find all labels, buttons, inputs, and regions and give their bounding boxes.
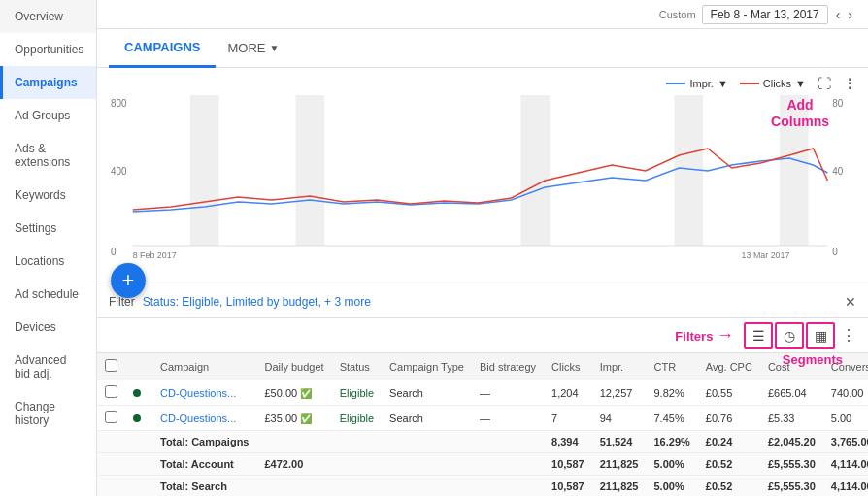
add-button[interactable]: + (111, 263, 146, 298)
more-arrow-icon: ▼ (269, 43, 279, 53)
total-bid-cell (472, 476, 544, 497)
top-bar: Custom Feb 8 - Mar 13, 2017 ‹ › (97, 0, 868, 29)
toolbar: Filters → ☰ ◷ ▦ ⋮ (97, 318, 868, 353)
col-daily-budget[interactable]: Daily budget (256, 353, 331, 380)
row-clicks-cell: 1,204 (544, 380, 592, 406)
row-campaign-cell: CD-Questions... (152, 380, 256, 406)
total-label-cell: Total: Account (152, 453, 256, 476)
sidebar-item-campaigns[interactable]: Campaigns (0, 66, 96, 99)
sidebar-item-ads-extensions[interactable]: Ads & extensions (0, 132, 96, 179)
app-container: Overview Opportunities Campaigns Ad Grou… (0, 0, 868, 496)
status-value: Eligible (340, 413, 374, 424)
total-label-cell: Total: Search (152, 476, 256, 497)
legend-impr-line (666, 83, 685, 84)
add-columns-annotation: Add Columns (771, 97, 829, 130)
sidebar-item-ad-groups[interactable]: Ad Groups (0, 99, 96, 132)
tab-bar: CAMPAIGNS MORE ▼ (97, 29, 868, 68)
total-budget-cell: £472.00 (256, 453, 331, 476)
col-campaign-type[interactable]: Campaign Type (382, 353, 472, 380)
row-ctr-cell: 7.45% (646, 406, 697, 431)
row-status-dot-cell (125, 406, 152, 431)
legend-clicks-dropdown[interactable]: ▼ (795, 78, 806, 89)
total-impr-cell: 211,825 (592, 453, 647, 476)
tab-more[interactable]: MORE ▼ (216, 31, 290, 65)
total-bid-cell (472, 431, 544, 453)
sidebar-item-change-history[interactable]: Change history (0, 390, 96, 437)
sidebar: Overview Opportunities Campaigns Ad Grou… (0, 0, 97, 496)
main-content: Custom Feb 8 - Mar 13, 2017 ‹ › CAMPAIGN… (97, 0, 868, 496)
sidebar-item-settings[interactable]: Settings (0, 212, 96, 245)
campaign-link[interactable]: CD-Questions... (160, 387, 236, 399)
row-type-cell: Search (382, 380, 472, 406)
total-checkbox-cell (97, 431, 125, 453)
sidebar-item-devices[interactable]: Devices (0, 311, 96, 344)
budget-check-icon: ✅ (300, 388, 312, 399)
row-checkbox-cell[interactable] (97, 406, 125, 431)
col-impr[interactable]: Impr. (592, 353, 647, 380)
legend-clicks[interactable]: Clicks ▼ (740, 78, 806, 89)
sidebar-item-overview[interactable]: Overview (0, 0, 96, 33)
total-row: Total: Search 10,587 211,825 5.00% £0.52… (97, 476, 868, 497)
table-container: Campaign Daily budget Status Campaign Ty… (97, 353, 868, 496)
row-cost-cell: £5.33 (760, 406, 823, 431)
legend-impr-dropdown[interactable]: ▼ (718, 78, 728, 89)
filter-bar: Filter Status: Eligible, Limited by budg… (97, 285, 868, 318)
total-type-cell (382, 453, 472, 476)
total-row: Total: Account £472.00 10,587 211,825 5.… (97, 453, 868, 476)
total-clicks-cell: 10,587 (544, 476, 592, 497)
col-status-dot (125, 353, 152, 380)
row-cost-cell: £665.04 (760, 380, 823, 406)
total-row: Total: Campaigns 8,394 51,524 16.29% £0.… (97, 431, 868, 453)
row-checkbox-cell[interactable] (97, 380, 125, 406)
row-avgcpc-cell: £0.55 (698, 380, 760, 406)
status-dot (133, 389, 141, 397)
col-status[interactable]: Status (332, 353, 382, 380)
row-status-cell: Eligible (332, 380, 382, 406)
legend-impr[interactable]: Impr. ▼ (666, 78, 727, 89)
total-label-cell: Total: Campaigns (152, 431, 256, 453)
select-all-checkbox[interactable] (105, 359, 117, 372)
custom-label: Custom (659, 9, 696, 20)
chart-more-icon[interactable]: ⋮ (843, 76, 856, 91)
sidebar-item-advanced-bid[interactable]: Advanced bid adj. (0, 344, 96, 390)
total-cost-cell: £2,045.20 (760, 431, 823, 453)
tab-campaigns[interactable]: CAMPAIGNS (109, 29, 216, 68)
svg-text:0: 0 (832, 247, 838, 257)
sidebar-item-opportunities[interactable]: Opportunities (0, 33, 96, 66)
toolbar-more-icon[interactable]: ⋮ (841, 326, 856, 345)
col-clicks[interactable]: Clicks (544, 353, 592, 380)
campaign-link[interactable]: CD-Questions... (160, 413, 236, 424)
total-avgcpc-cell: £0.24 (698, 431, 760, 453)
total-type-cell (382, 431, 472, 453)
segment-icon-btn[interactable]: ▦ (806, 322, 835, 349)
filter-close-icon[interactable]: ✕ (845, 294, 856, 310)
row-conversions-cell: 5.00 (823, 406, 868, 431)
filter-status-text[interactable]: Status: Eligible, Limited by budget, + 3… (143, 295, 371, 309)
col-campaign[interactable]: Campaign (152, 353, 256, 380)
date-range-picker[interactable]: Feb 8 - Mar 13, 2017 (702, 5, 828, 24)
row-impr-cell: 94 (592, 406, 647, 431)
sidebar-item-ad-schedule[interactable]: Ad schedule (0, 278, 96, 311)
svg-text:400: 400 (111, 166, 127, 177)
toolbar-icons: ☰ ◷ ▦ (744, 322, 835, 349)
filter-icon-btn[interactable]: ☰ (744, 322, 773, 349)
status-value: Eligible (340, 387, 374, 399)
row-bid-cell: — (472, 406, 544, 431)
sidebar-item-locations[interactable]: Locations (0, 245, 96, 278)
prev-date-arrow[interactable]: ‹ (832, 5, 845, 24)
total-avgcpc-cell: £0.52 (698, 453, 760, 476)
col-avg-cpc[interactable]: Avg. CPC (698, 353, 760, 380)
table-header-row: Campaign Daily budget Status Campaign Ty… (97, 353, 868, 380)
total-cost-cell: £5,555.30 (760, 476, 823, 497)
legend-clicks-label: Clicks (763, 78, 791, 89)
col-bid-strategy[interactable]: Bid strategy (472, 353, 544, 380)
next-date-arrow[interactable]: › (844, 5, 856, 24)
history-icon: ◷ (784, 328, 795, 344)
history-icon-btn[interactable]: ◷ (775, 322, 804, 349)
col-ctr[interactable]: CTR (646, 353, 697, 380)
sidebar-item-keywords[interactable]: Keywords (0, 179, 96, 212)
total-ctr-cell: 5.00% (646, 476, 697, 497)
chart-expand-icon[interactable]: ⛶ (818, 76, 831, 91)
row-bid-cell: — (472, 380, 544, 406)
segment-icon: ▦ (815, 328, 827, 344)
